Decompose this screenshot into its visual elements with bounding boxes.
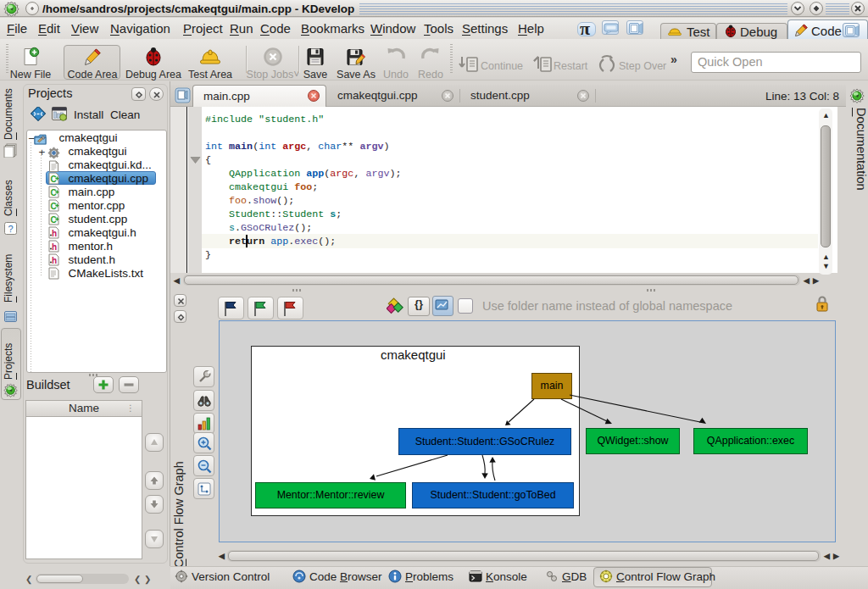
svg-text:h: h [51,256,56,265]
svg-text:h: h [51,242,56,252]
svg-text:h: h [51,229,56,238]
svg-text:?: ? [8,224,13,234]
